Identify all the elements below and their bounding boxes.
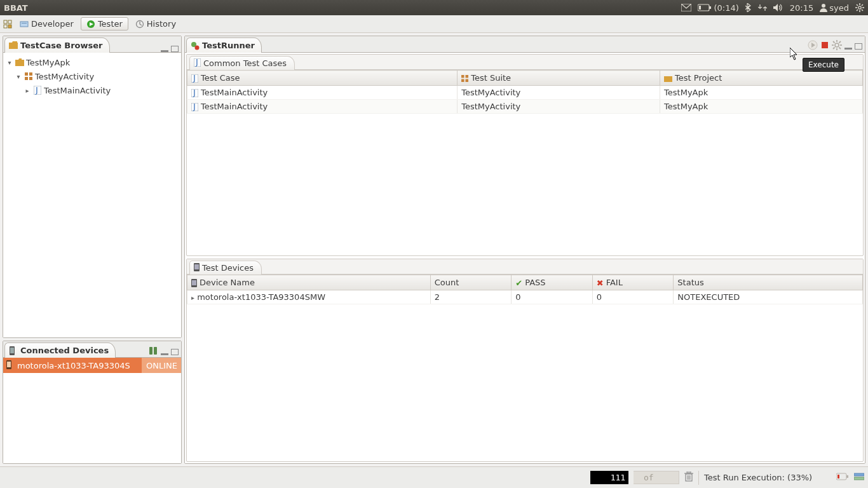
table-test-devices[interactable]: Device Name Count ✔PASS ✖FAIL Status ▸ m… — [187, 274, 863, 304]
user-indicator[interactable]: syed — [820, 3, 849, 13]
volume-icon[interactable] — [773, 3, 783, 12]
battery-icon[interactable]: (0:14) — [698, 3, 738, 13]
tooltip-execute: Execute — [803, 58, 844, 72]
device-name: motorola-xt1033-TA93304S — [12, 361, 142, 370]
svg-rect-35 — [7, 362, 11, 367]
view-testcase-browser: TestCase Browser ▾ TestMyApk ▾ TestMyAc — [3, 36, 182, 338]
tab-common-test-cases[interactable]: J Common Test Cases — [189, 56, 295, 70]
network-icon[interactable] — [758, 4, 767, 11]
col-test-project[interactable]: Test Project — [660, 71, 863, 86]
bluetooth-icon[interactable] — [745, 3, 752, 12]
minimize-view-icon[interactable] — [161, 46, 168, 52]
col-status[interactable]: Status — [674, 275, 863, 290]
package-icon — [24, 71, 34, 81]
top-menubar: BBAT (0:14) 20:15 syed — [0, 0, 868, 15]
col-test-suite[interactable]: Test Suite — [458, 71, 660, 86]
maximize-view-icon[interactable] — [171, 349, 179, 355]
perspective-tester-label: Tester — [98, 19, 123, 29]
mail-icon[interactable] — [681, 4, 691, 11]
clock[interactable]: 20:15 — [790, 3, 813, 13]
svg-rect-18 — [20, 22, 28, 27]
table-row[interactable]: JTestMainActivityTestMyActivityTestMyApk — [187, 86, 863, 100]
svg-point-37 — [195, 45, 200, 50]
tab-test-devices[interactable]: Test Devices — [189, 261, 262, 274]
tree-pkg-label: TestMyActivity — [35, 72, 94, 81]
tree-row-testcase[interactable]: ▸ J TestMainActivity — [4, 83, 180, 97]
tab-common-test-cases-label: Common Test Cases — [203, 58, 287, 68]
tree-row-project[interactable]: ▾ TestMyApk — [4, 55, 180, 69]
table-row[interactable]: JTestMainActivityTestMyActivityTestMyApk — [187, 100, 863, 114]
testcase-tree[interactable]: ▾ TestMyApk ▾ TestMyActivity ▸ J TestMai… — [3, 53, 181, 337]
check-icon: ✔ — [515, 278, 522, 288]
twisty-right-icon[interactable]: ▸ — [191, 294, 194, 301]
perspective-tester[interactable]: Tester — [81, 17, 128, 30]
svg-rect-76 — [854, 477, 864, 480]
twisty-down-icon[interactable]: ▾ — [6, 59, 13, 66]
minimize-view-icon[interactable] — [161, 349, 168, 355]
table-row[interactable]: ▸ motorola-xt1033-TA93304SMW200NOTEXECUT… — [187, 290, 863, 304]
connected-device-row[interactable]: motorola-xt1033-TA93304S ONLINE — [3, 358, 181, 373]
settings-button[interactable] — [832, 40, 842, 52]
svg-line-46 — [839, 48, 841, 50]
maximize-view-icon[interactable] — [171, 46, 179, 52]
java-file-icon: J — [32, 85, 43, 95]
svg-point-4 — [822, 4, 825, 8]
svg-rect-53 — [461, 75, 465, 78]
status-counter: 111 — [590, 471, 628, 484]
col-fail[interactable]: ✖FAIL — [592, 275, 674, 290]
package-icon — [461, 75, 468, 82]
svg-text:J: J — [35, 86, 38, 95]
tab-connected-devices[interactable]: Connected Devices — [4, 342, 116, 358]
open-perspective-icon[interactable] — [3, 19, 13, 29]
twisty-right-icon[interactable]: ▸ — [24, 87, 31, 94]
col-pass[interactable]: ✔PASS — [512, 275, 593, 290]
tab-test-devices-label: Test Devices — [202, 263, 254, 273]
svg-line-47 — [833, 48, 835, 50]
svg-rect-31 — [10, 348, 14, 353]
svg-rect-57 — [664, 76, 672, 82]
execute-button[interactable] — [808, 40, 818, 52]
col-test-case[interactable]: JTest Case — [187, 71, 458, 86]
trash-icon[interactable] — [684, 471, 693, 484]
java-file-icon: J — [191, 89, 198, 97]
svg-line-48 — [839, 41, 841, 43]
svg-rect-25 — [29, 72, 32, 76]
battery-time: (0:14) — [714, 3, 738, 13]
system-gear-icon[interactable] — [855, 3, 864, 12]
svg-rect-39 — [822, 42, 828, 48]
col-count[interactable]: Count — [430, 275, 512, 290]
table-test-cases[interactable]: JTest Case Test Suite Test Project JTest… — [187, 70, 863, 114]
history-icon — [135, 20, 144, 29]
maximize-view-icon[interactable] — [855, 43, 862, 50]
status-progress-label: Test Run Execution: (33%) — [704, 473, 831, 482]
tester-icon — [86, 20, 95, 29]
twisty-down-icon[interactable]: ▾ — [15, 73, 22, 80]
connected-devices-list[interactable]: motorola-xt1033-TA93304S ONLINE — [3, 358, 181, 463]
java-file-icon: J — [191, 74, 198, 83]
stop-button[interactable] — [820, 41, 829, 51]
minimize-view-icon[interactable] — [844, 43, 852, 50]
tab-testcase-browser[interactable]: TestCase Browser — [4, 37, 110, 53]
svg-rect-75 — [854, 473, 864, 476]
tree-row-package[interactable]: ▾ TestMyActivity — [4, 69, 180, 83]
username: syed — [829, 3, 849, 13]
progress-view-icon[interactable] — [854, 472, 864, 483]
device-icon — [194, 263, 200, 273]
svg-rect-14 — [4, 20, 7, 24]
svg-rect-74 — [837, 475, 839, 478]
panel-test-devices: Test Devices Device Name Count ✔PASS ✖FA… — [186, 259, 864, 462]
app-title: BBAT — [4, 3, 28, 13]
svg-rect-2 — [709, 6, 711, 9]
svg-rect-3 — [699, 6, 701, 10]
refresh-devices-icon[interactable] — [148, 346, 158, 357]
svg-line-13 — [862, 4, 863, 6]
col-device-name[interactable]: Device Name — [187, 275, 431, 290]
svg-rect-63 — [194, 264, 199, 269]
svg-text:J: J — [193, 103, 196, 111]
svg-rect-16 — [4, 25, 7, 28]
perspective-developer[interactable]: Developer — [14, 17, 79, 30]
svg-rect-17 — [8, 25, 11, 28]
tab-testrunner[interactable]: TestRunner — [186, 37, 262, 53]
svg-rect-73 — [846, 475, 848, 478]
perspective-history[interactable]: History — [130, 17, 182, 30]
